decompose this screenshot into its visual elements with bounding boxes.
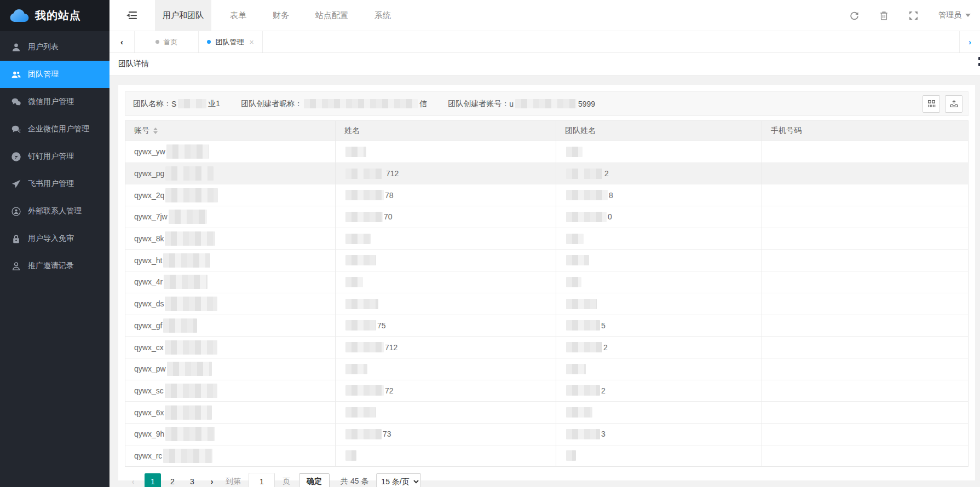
masked-value bbox=[566, 255, 589, 265]
total-count: 共 45 条 bbox=[341, 477, 368, 486]
next-page-button[interactable]: › bbox=[204, 473, 220, 487]
cell-name: 72 bbox=[336, 380, 556, 402]
cell-name bbox=[336, 358, 556, 380]
sidebar-item[interactable]: 飞书用户管理 bbox=[0, 170, 109, 198]
sidebar-item[interactable]: 团队管理 bbox=[0, 61, 109, 88]
per-page-select[interactable]: 15 条/页 bbox=[376, 473, 421, 487]
cell-name: 75 bbox=[336, 315, 556, 337]
fullscreen-icon[interactable] bbox=[909, 11, 918, 20]
team-info-bar: 团队名称： S 业1 团队创建者昵称： 信 团队创建者账号： u 599 bbox=[125, 91, 969, 116]
page-number-button[interactable]: 2 bbox=[164, 473, 181, 487]
cell-name bbox=[336, 402, 556, 423]
top-nav-tab[interactable]: 站点配置 bbox=[308, 0, 356, 31]
masked-value bbox=[165, 427, 215, 441]
app-logo: 我的站点 bbox=[0, 0, 109, 31]
close-icon[interactable]: × bbox=[249, 38, 253, 47]
lock-icon bbox=[11, 234, 21, 244]
table-row: qywx_ds bbox=[125, 293, 968, 315]
sidebar-menu: 用户列表 团队管理 微信用户管理 企业微信用户管理 钉钉用户管理 bbox=[0, 31, 109, 280]
goto-page-input[interactable] bbox=[249, 473, 275, 487]
sidebar-item[interactable]: 企业微信用户管理 bbox=[0, 115, 109, 143]
table-body: qywx_yw bbox=[125, 141, 968, 466]
masked-value bbox=[163, 318, 197, 333]
trash-icon[interactable] bbox=[879, 11, 889, 20]
table-header-row: 账号 姓名 团队姓名 手机号码 bbox=[125, 121, 968, 141]
top-navbar: 用户和团队 表单 财务 站点配置 系统 bbox=[109, 0, 980, 31]
cell-name: 712 bbox=[336, 337, 556, 358]
sidebar-item[interactable]: 推广邀请记录 bbox=[0, 252, 109, 280]
masked-value bbox=[345, 429, 382, 439]
info-field: 团队创建者账号： u 5999 bbox=[448, 99, 595, 109]
collapse-menu-icon[interactable] bbox=[109, 0, 155, 31]
cell-team-name: 2 bbox=[556, 163, 762, 184]
cell-account: qywx_2q bbox=[125, 184, 336, 206]
sort-icon[interactable] bbox=[153, 127, 158, 134]
cell-name: 73 bbox=[336, 424, 556, 445]
sidebar-item[interactable]: 用户导入免审 bbox=[0, 225, 109, 252]
masked-value bbox=[345, 385, 384, 396]
cell-team-name bbox=[556, 271, 762, 293]
masked-value bbox=[178, 99, 206, 108]
tab-dot-icon bbox=[207, 40, 211, 44]
masked-value bbox=[566, 212, 607, 222]
top-nav-tab[interactable]: 用户和团队 bbox=[155, 0, 211, 31]
cell-phone bbox=[762, 271, 968, 293]
prev-page-button[interactable]: ‹ bbox=[125, 473, 141, 487]
top-nav-tab[interactable]: 表单 bbox=[222, 0, 254, 31]
sidebar-item[interactable]: 外部联系人管理 bbox=[0, 198, 109, 225]
cell-account: qywx_7jw bbox=[125, 206, 336, 228]
page-tab[interactable]: 首页 × bbox=[135, 31, 199, 53]
top-nav-tab[interactable]: 系统 bbox=[367, 0, 399, 31]
table-row: qywx_pw bbox=[125, 358, 968, 380]
masked-value bbox=[345, 147, 366, 157]
masked-value bbox=[165, 231, 215, 246]
masked-value bbox=[566, 277, 581, 287]
sidebar-item-label: 团队管理 bbox=[28, 69, 59, 79]
cell-account: qywx_yw bbox=[125, 141, 336, 163]
export-button[interactable] bbox=[945, 95, 962, 113]
sidebar: 我的站点 用户列表 团队管理 微信用户管理 企业微信用户管理 bbox=[0, 0, 109, 487]
masked-value bbox=[566, 147, 583, 157]
masked-value bbox=[165, 405, 212, 420]
tabbar-scroll-right-icon[interactable]: › bbox=[959, 31, 980, 53]
table-row: qywx_pg 712 2 bbox=[125, 163, 968, 184]
sidebar-item-label: 微信用户管理 bbox=[28, 97, 74, 107]
cell-account: qywx_ht bbox=[125, 250, 336, 271]
masked-value bbox=[566, 364, 586, 374]
cell-phone bbox=[762, 228, 968, 250]
masked-value bbox=[345, 169, 385, 179]
cell-account: qywx_sc bbox=[125, 380, 336, 402]
masked-value bbox=[566, 299, 597, 309]
sidebar-item[interactable]: 微信用户管理 bbox=[0, 88, 109, 115]
masked-value bbox=[566, 429, 600, 439]
cell-account: qywx_9h bbox=[125, 424, 336, 445]
goto-label: 到第 bbox=[226, 477, 241, 486]
page-number-button[interactable]: 3 bbox=[184, 473, 200, 487]
page-title: 团队详情 bbox=[118, 59, 149, 69]
cell-phone bbox=[762, 293, 968, 315]
sidebar-item[interactable]: 钉钉用户管理 bbox=[0, 143, 109, 170]
cell-account: qywx_6x bbox=[125, 402, 336, 423]
cell-name bbox=[336, 228, 556, 250]
cell-team-name bbox=[556, 293, 762, 315]
table-row: qywx_8k bbox=[125, 228, 968, 250]
dingtalk-icon bbox=[11, 152, 21, 161]
page-number-button[interactable]: 1 bbox=[145, 473, 161, 487]
column-filter-button[interactable] bbox=[923, 95, 940, 113]
cell-name bbox=[336, 293, 556, 315]
user-icon bbox=[11, 43, 21, 52]
admin-dropdown[interactable]: 管理员 bbox=[938, 10, 971, 20]
sidebar-item[interactable]: 用户列表 bbox=[0, 33, 109, 61]
page-tab[interactable]: 团队管理 × bbox=[199, 31, 263, 53]
masked-value bbox=[345, 212, 383, 222]
table-row: qywx_4r bbox=[125, 271, 968, 293]
cell-phone bbox=[762, 380, 968, 402]
top-nav-tab[interactable]: 财务 bbox=[265, 0, 297, 31]
tabbar-scroll-left-icon[interactable]: ‹ bbox=[109, 31, 135, 53]
sidebar-item-label: 用户列表 bbox=[28, 42, 59, 52]
cell-account: qywx_rc bbox=[125, 445, 336, 467]
refresh-icon[interactable] bbox=[850, 11, 859, 20]
cell-name: 712 bbox=[336, 163, 556, 184]
table-column-header: 账号 bbox=[125, 121, 336, 141]
confirm-button[interactable]: 确定 bbox=[299, 473, 330, 487]
